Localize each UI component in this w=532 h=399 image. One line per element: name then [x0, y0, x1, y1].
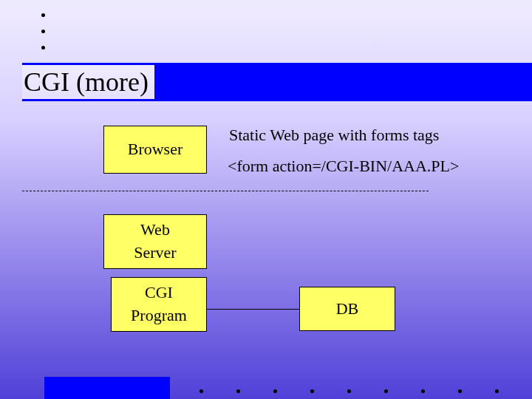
footer-dot: [200, 389, 203, 393]
db-label: DB: [336, 298, 359, 321]
desc-static-page: Static Web page with forms tags: [229, 126, 439, 145]
server-label: Server: [134, 242, 176, 265]
footer-dot: [236, 389, 240, 393]
footer-dot: [310, 389, 314, 393]
bullet-dot: [41, 30, 45, 33]
cgi-label: CGI: [145, 282, 173, 304]
cgi-program-box: CGI Program: [111, 277, 207, 332]
footer-dot: [384, 389, 388, 393]
separator-line: [22, 191, 429, 191]
footer-dot: [495, 389, 499, 393]
web-label: Web: [140, 219, 170, 242]
title-bar: CGI (more): [22, 63, 532, 101]
footer-block: [44, 377, 170, 399]
browser-box: Browser: [103, 126, 207, 174]
footer-dot: [347, 389, 351, 393]
bullet-dot: [41, 13, 45, 17]
bullet-dot: [41, 46, 45, 50]
footer-dot: [421, 389, 425, 393]
cgi-db-connector: [207, 309, 299, 310]
slide-title: CGI (more): [22, 65, 154, 99]
db-box: DB: [299, 287, 395, 331]
browser-label: Browser: [128, 138, 183, 161]
footer-dot: [273, 389, 277, 393]
web-server-box: Web Server: [103, 214, 207, 269]
desc-form-action: <form action=/CGI-BIN/AAA.PL>: [228, 157, 459, 176]
footer-dot: [458, 389, 462, 393]
program-label: Program: [131, 304, 187, 327]
